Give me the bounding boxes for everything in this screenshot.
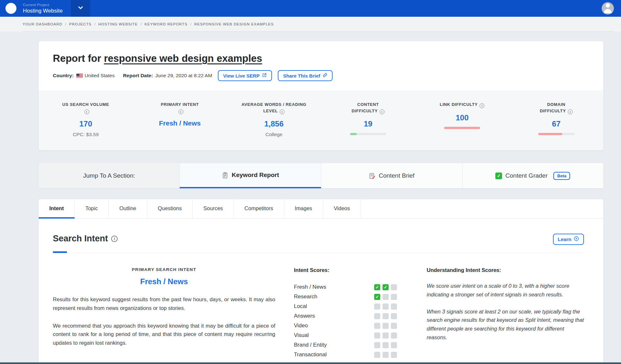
page-title: Report for responsive web design example… xyxy=(53,53,589,64)
breadcrumb-separator: / xyxy=(65,22,66,26)
tab-questions[interactable]: Questions xyxy=(147,199,193,219)
stat-label: US Search Volumei xyxy=(62,101,110,114)
score-filled-box xyxy=(374,294,380,300)
breadcrumb-item-dashboard[interactable]: YOUR DASHBOARD xyxy=(23,22,62,26)
report-title-prefix: Report for xyxy=(53,53,104,64)
score-label: Video xyxy=(294,322,308,329)
report-header: Report for responsive web design example… xyxy=(39,41,603,91)
tab-intent[interactable]: Intent xyxy=(39,199,75,219)
breadcrumb-item-hosting-website[interactable]: HOSTING WEBSITE xyxy=(98,22,138,26)
stat-value[interactable]: Fresh / News xyxy=(133,119,227,127)
score-empty-box xyxy=(374,313,380,319)
score-label: Research xyxy=(294,294,317,300)
tab-videos[interactable]: Videos xyxy=(323,199,361,219)
stat-value: 100 xyxy=(415,113,509,122)
progress-fill xyxy=(350,133,357,135)
app-logo[interactable] xyxy=(5,3,16,14)
stat-value: 67 xyxy=(509,119,603,128)
score-empty-box xyxy=(391,352,397,358)
stat-label: Average Words / Reading Leveli xyxy=(240,101,308,114)
score-label: Fresh / News xyxy=(294,284,326,290)
intent-scores-title: Intent Scores: xyxy=(294,267,397,273)
stat-cpc: CPC: $3.59 xyxy=(39,132,133,137)
info-icon[interactable]: i xyxy=(380,109,384,114)
report-date-label: Report Date: xyxy=(123,73,153,79)
tab-sources[interactable]: Sources xyxy=(193,199,234,219)
info-icon[interactable]: i xyxy=(480,103,484,108)
breadcrumb-bar: YOUR DASHBOARD / PROJECTS / HOSTING WEBS… xyxy=(0,17,621,32)
score-empty-box xyxy=(391,313,397,319)
primary-search-intent-label: Primary Search Intent xyxy=(53,267,275,272)
intent-columns: Primary Search Intent Fresh / News Resul… xyxy=(53,267,584,359)
accent-bar xyxy=(53,251,67,253)
score-empty-box xyxy=(374,332,380,339)
stat-label-text: Primary Intent xyxy=(161,102,199,107)
country-value: United States xyxy=(85,73,115,79)
score-empty-box xyxy=(391,342,397,348)
breadcrumb-item-projects[interactable]: PROJECTS xyxy=(69,22,91,26)
tab-topic[interactable]: Topic xyxy=(75,199,109,219)
info-icon[interactable]: i xyxy=(568,109,573,114)
score-empty-box xyxy=(391,303,397,310)
user-avatar[interactable] xyxy=(602,2,614,14)
info-icon[interactable]: i xyxy=(111,236,118,242)
score-empty-box xyxy=(374,323,380,329)
stat-value: 1,856 xyxy=(227,119,321,128)
score-filled-box xyxy=(383,284,389,290)
memo-pencil-icon xyxy=(369,173,375,179)
stat-primary-intent: Primary Intenti Fresh / News xyxy=(133,101,227,137)
score-row-answers: Answers xyxy=(294,311,397,321)
score-empty-box xyxy=(383,342,389,348)
info-icon[interactable]: i xyxy=(280,109,285,114)
breadcrumb: YOUR DASHBOARD / PROJECTS / HOSTING WEBS… xyxy=(23,17,614,32)
jump-section-label: Jump To A Section: xyxy=(39,163,180,188)
jump-to-section-bar: Jump To A Section: Keyword Report Conten… xyxy=(39,163,603,188)
chevron-down-icon xyxy=(77,4,84,13)
project-dropdown-button[interactable] xyxy=(71,0,90,17)
tab-images[interactable]: Images xyxy=(284,199,323,219)
score-row-research: Research xyxy=(294,292,397,302)
intent-description-paragraph-1: Results for this keyword suggest results… xyxy=(53,295,275,312)
tab-outline[interactable]: Outline xyxy=(109,199,147,219)
search-intent-section: Search Intent i Learn Primary Search Int… xyxy=(39,219,603,364)
score-boxes xyxy=(374,303,397,310)
view-live-serp-button[interactable]: View Live SERP xyxy=(218,70,272,81)
info-icon[interactable]: i xyxy=(84,109,89,114)
section-tab-content-grader[interactable]: ✓ Content Grader Beta xyxy=(462,163,603,188)
section-title: Search Intent i xyxy=(53,234,118,244)
share-this-brief-button[interactable]: Share This Brief xyxy=(278,70,333,81)
score-label: Transactional xyxy=(294,351,326,358)
learn-button[interactable]: Learn xyxy=(553,234,584,245)
difficulty-progress-bar xyxy=(444,127,480,129)
stat-label: Content Difficultyi xyxy=(345,101,391,114)
learn-label: Learn xyxy=(558,237,571,242)
section-header: Search Intent i Learn xyxy=(53,234,584,245)
us-flag-icon xyxy=(76,74,83,78)
score-boxes xyxy=(374,294,397,300)
score-empty-box xyxy=(374,342,380,348)
external-link-icon xyxy=(262,73,267,79)
current-project-label: Current Project xyxy=(23,3,63,7)
country-label: Country: xyxy=(53,73,74,79)
breadcrumb-item-keyword-reports[interactable]: KEYWORD REPORTS xyxy=(145,22,188,26)
section-tab-content-brief[interactable]: Content Brief xyxy=(321,163,462,188)
section-tab-keyword-report[interactable]: Keyword Report xyxy=(180,163,321,188)
current-project-block[interactable]: Current Project Hosting Website xyxy=(23,3,63,14)
tab-competitors[interactable]: Competitors xyxy=(234,199,284,219)
score-label: Local xyxy=(294,303,307,310)
score-row-brand-entity: Brand / Entity xyxy=(294,340,397,350)
stats-row: US Search Volumei 170 CPC: $3.59 Primary… xyxy=(39,91,603,150)
link-icon xyxy=(323,73,327,79)
score-boxes xyxy=(374,352,397,358)
score-empty-box xyxy=(374,303,380,310)
stat-label: Primary Intenti xyxy=(160,101,199,114)
score-row-visual: Visual xyxy=(294,331,397,340)
view-serp-label: View Live SERP xyxy=(223,73,259,79)
current-project-name: Hosting Website xyxy=(23,7,63,14)
clipboard-icon xyxy=(222,172,228,179)
breadcrumb-separator: / xyxy=(190,22,191,26)
score-empty-box xyxy=(383,303,389,310)
primary-search-intent-value: Fresh / News xyxy=(53,277,275,286)
stat-link-difficulty: Link Difficultyi 100 xyxy=(415,101,509,137)
info-icon[interactable]: i xyxy=(179,109,183,114)
